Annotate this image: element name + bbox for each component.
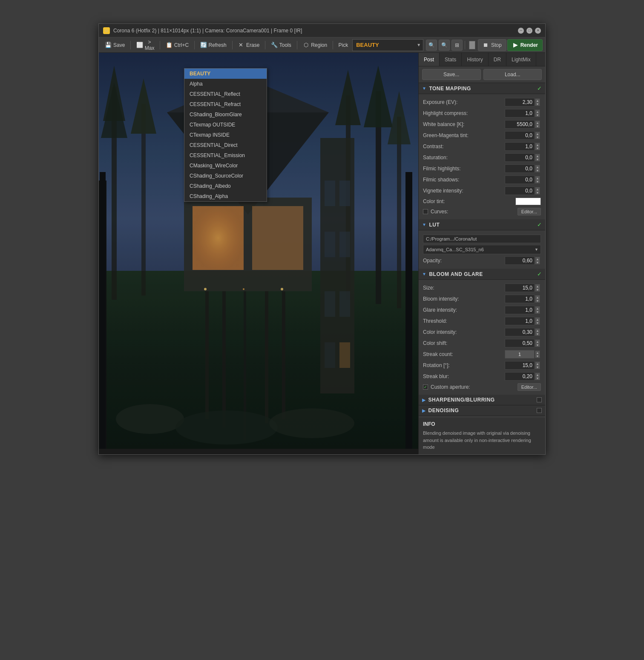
denoising-header[interactable]: ▶ DENOISING: [419, 405, 545, 416]
tab-history[interactable]: History: [462, 53, 488, 66]
color-picker-swatch[interactable]: [469, 41, 475, 49]
vignette-input[interactable]: [505, 187, 535, 195]
color-shift-spin-down[interactable]: ▼: [535, 343, 540, 347]
color-intensity-input[interactable]: [505, 328, 535, 336]
pick-button[interactable]: Pick: [335, 39, 352, 51]
color-intensity-spin-down[interactable]: ▼: [535, 332, 540, 336]
close-button[interactable]: ✕: [535, 28, 541, 34]
threshold-spin-down[interactable]: ▼: [535, 321, 540, 325]
color-shift-spin-up[interactable]: ▲: [535, 339, 540, 343]
vignette-spin-down[interactable]: ▼: [535, 191, 540, 195]
max-button[interactable]: ⬜ > Max: [133, 39, 158, 51]
rotation-spin-down[interactable]: ▼: [535, 365, 540, 369]
dropdown-item-2[interactable]: CESSENTIAL_Reflect: [184, 89, 267, 99]
zoom-in-button[interactable]: 🔍: [426, 40, 437, 51]
dropdown-item-3[interactable]: CESSENTIAL_Refract: [184, 99, 267, 109]
refresh-button[interactable]: 🔄 Refresh: [197, 39, 230, 51]
dropdown-item-5[interactable]: CTexmap OUTSIDE: [184, 120, 267, 130]
sharpening-header[interactable]: ▶ SHARPENING/BLURRING: [419, 395, 545, 405]
save-button[interactable]: 💾 Save: [101, 39, 128, 51]
channel-dropdown[interactable]: BEAUTY Alpha CESSENTIAL_Reflect: [352, 39, 423, 51]
tab-lightmix[interactable]: LightMix: [506, 53, 536, 66]
custom-aperture-editor-button[interactable]: Editor...: [518, 383, 541, 391]
panel-save-button[interactable]: Save...: [422, 69, 481, 80]
channel-dropdown-wrapper[interactable]: BEAUTY Alpha CESSENTIAL_Reflect ▼: [352, 39, 423, 51]
filmic-shadows-input[interactable]: [505, 175, 535, 184]
exposure-input[interactable]: [505, 98, 535, 106]
render-canvas[interactable]: BEAUTYAlphaCESSENTIAL_ReflectCESSENTIAL_…: [99, 53, 418, 449]
streak-blur-spin-down[interactable]: ▼: [535, 376, 540, 380]
lut-select-wrapper[interactable]: Adanmq_Ca...SC_S315_n6 ▼: [423, 245, 541, 254]
filmic-highlights-spin-up[interactable]: ▲: [535, 165, 540, 169]
contrast-spin-up[interactable]: ▲: [535, 143, 540, 146]
custom-aperture-checkbox[interactable]: ✓: [423, 385, 428, 390]
dropdown-item-0[interactable]: BEAUTY: [184, 69, 267, 79]
tab-stats[interactable]: Stats: [440, 53, 462, 66]
bloom-intensity-spin-up[interactable]: ▲: [535, 295, 540, 299]
curves-checkbox[interactable]: [423, 209, 428, 214]
lut-header[interactable]: ▼ LUT ✓: [419, 219, 545, 230]
threshold-spin-up[interactable]: ▲: [535, 317, 540, 321]
saturation-spin-down[interactable]: ▼: [535, 158, 540, 161]
denoising-checkbox[interactable]: [537, 408, 542, 413]
streak-blur-input[interactable]: [505, 372, 535, 381]
color-tint-swatch[interactable]: [515, 198, 541, 205]
tone-mapping-header[interactable]: ▼ TONE MAPPING ✓: [419, 83, 545, 94]
stop-button[interactable]: ⏹ Stop: [478, 39, 506, 51]
color-shift-input[interactable]: [505, 339, 535, 347]
streak-count-display[interactable]: 1: [505, 350, 535, 359]
bloom-intensity-input[interactable]: [505, 295, 535, 303]
streak-count-spin-down[interactable]: ▼: [535, 354, 540, 358]
copy-button[interactable]: 📋 Ctrl+C: [162, 39, 192, 51]
lut-dropdown[interactable]: Adanmq_Ca...SC_S315_n6: [423, 245, 541, 254]
dropdown-item-12[interactable]: CShading_Alpha: [184, 191, 267, 201]
green-magenta-input[interactable]: [505, 131, 535, 140]
channel-dropdown-menu[interactable]: BEAUTYAlphaCESSENTIAL_ReflectCESSENTIAL_…: [184, 68, 267, 202]
exposure-spin-down[interactable]: ▼: [535, 102, 540, 106]
lut-opacity-input[interactable]: [505, 256, 535, 265]
region-button[interactable]: ⬡ Region: [299, 39, 331, 51]
zoom-out-button[interactable]: 🔍: [439, 40, 450, 51]
dropdown-item-9[interactable]: CMasking_WireColor: [184, 161, 267, 171]
threshold-input[interactable]: [505, 317, 535, 325]
bloom-glare-header[interactable]: ▼ BLOOM AND GLARE ✓: [419, 269, 545, 280]
sharpening-checkbox[interactable]: [537, 397, 542, 402]
glare-intensity-spin-down[interactable]: ▼: [535, 310, 540, 314]
panel-scroll[interactable]: ▼ TONE MAPPING ✓ Exposure (EV): ▲ ▼: [419, 83, 545, 454]
dropdown-item-4[interactable]: CShading_BloomGlare: [184, 109, 267, 120]
white-balance-spin-up[interactable]: ▲: [535, 121, 540, 124]
filmic-highlights-spin-down[interactable]: ▼: [535, 169, 540, 172]
contrast-input[interactable]: [505, 142, 535, 151]
dropdown-item-6[interactable]: CTexmap INSIDE: [184, 130, 267, 140]
maximize-button[interactable]: □: [526, 28, 532, 34]
exposure-spin-up[interactable]: ▲: [535, 98, 540, 102]
filmic-shadows-spin-up[interactable]: ▲: [535, 176, 540, 180]
titlebar-controls[interactable]: ─ □ ✕: [518, 28, 541, 34]
lut-opacity-spin-up[interactable]: ▲: [535, 257, 540, 261]
color-intensity-spin-up[interactable]: ▲: [535, 328, 540, 332]
size-spin-up[interactable]: ▲: [535, 284, 540, 288]
glare-intensity-spin-up[interactable]: ▲: [535, 306, 540, 310]
white-balance-spin-down[interactable]: ▼: [535, 124, 540, 128]
dropdown-item-11[interactable]: CShading_Albedo: [184, 181, 267, 191]
dropdown-item-7[interactable]: CESSENTIAL_Direct: [184, 140, 267, 150]
rotation-spin-up[interactable]: ▲: [535, 362, 540, 365]
green-magenta-spin-up[interactable]: ▲: [535, 132, 540, 135]
render-button[interactable]: ▶ Render: [507, 39, 543, 51]
contrast-spin-down[interactable]: ▼: [535, 146, 540, 150]
zoom-fit-button[interactable]: ⊞: [451, 40, 463, 51]
rotation-input[interactable]: [505, 361, 535, 370]
white-balance-input[interactable]: [505, 120, 535, 129]
lut-opacity-spin-down[interactable]: ▼: [535, 261, 540, 264]
dropdown-item-1[interactable]: Alpha: [184, 79, 267, 89]
dropdown-item-8[interactable]: CESSENTIAL_Emission: [184, 150, 267, 161]
filmic-shadows-spin-down[interactable]: ▼: [535, 180, 540, 184]
highlight-spin-down[interactable]: ▼: [535, 113, 540, 117]
panel-load-button[interactable]: Load...: [483, 69, 542, 80]
tab-dr[interactable]: DR: [489, 53, 506, 66]
minimize-button[interactable]: ─: [518, 28, 524, 34]
curves-editor-button[interactable]: Editor...: [518, 208, 541, 215]
streak-count-spin-up[interactable]: ▲: [535, 350, 540, 354]
glare-intensity-input[interactable]: [505, 306, 535, 314]
saturation-spin-up[interactable]: ▲: [535, 154, 540, 158]
